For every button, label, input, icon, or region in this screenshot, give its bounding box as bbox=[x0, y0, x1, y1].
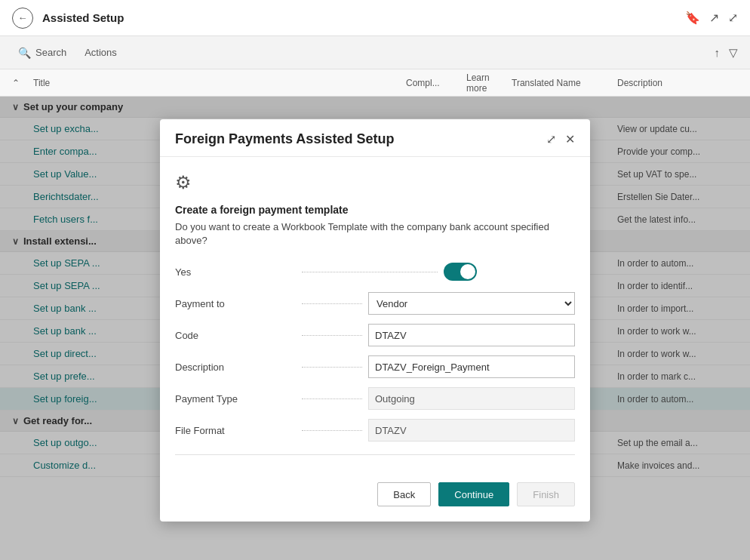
code-input[interactable] bbox=[368, 324, 575, 346]
toolbar-right: ↑ ▽ bbox=[715, 46, 739, 60]
toolbar: 🔍 Search Actions ↑ ▽ bbox=[0, 36, 750, 69]
collapse-all-icon[interactable]: ⌃ bbox=[12, 78, 20, 88]
payment-to-value: Vendor Customer bbox=[368, 292, 575, 315]
top-bar: ← Assisted Setup 🔖 ↗ ⤢ bbox=[0, 0, 750, 36]
form-row-file-format: File Format DTAZV bbox=[175, 418, 575, 442]
col-translated-header: Translated Name bbox=[512, 78, 617, 88]
table-header: ⌃ Title Compl... Learn more Translated N… bbox=[0, 69, 750, 97]
col-expand: ⌃ bbox=[12, 78, 33, 88]
form-row-code: Code bbox=[175, 323, 575, 347]
continue-button[interactable]: Continue bbox=[438, 482, 509, 506]
col-learn-header: Learn more bbox=[466, 72, 512, 94]
description-value bbox=[368, 355, 575, 378]
expand-icon[interactable]: ⤢ bbox=[728, 11, 738, 25]
top-bar-icons: 🔖 ↗ ⤢ bbox=[685, 11, 738, 25]
form-row-description: Description bbox=[175, 355, 575, 379]
dialog-close-button[interactable]: ✕ bbox=[565, 132, 575, 146]
dialog-divider bbox=[175, 454, 575, 455]
payment-to-label: Payment to bbox=[175, 298, 296, 309]
page-title: Assisted Setup bbox=[42, 11, 685, 24]
payment-type-value: Outgoing bbox=[368, 387, 575, 410]
gear-icon: ⚙ bbox=[175, 172, 575, 193]
dialog-body: ⚙ Create a foreign payment template Do y… bbox=[160, 157, 590, 482]
search-icon: 🔍 bbox=[18, 47, 31, 59]
dialog-section-title: Create a foreign payment template bbox=[175, 204, 575, 216]
description-label: Description bbox=[175, 362, 296, 373]
yes-label: Yes bbox=[175, 266, 296, 278]
dialog-title: Foreign Payments Assisted Setup bbox=[175, 131, 394, 147]
modal-overlay: Foreign Payments Assisted Setup ⤢ ✕ ⚙ Cr… bbox=[0, 97, 750, 560]
dialog-footer: Back Continue Finish bbox=[160, 482, 590, 522]
back-button[interactable]: Back bbox=[377, 482, 431, 506]
toolbar-share-icon[interactable]: ↑ bbox=[715, 46, 721, 60]
code-value bbox=[368, 324, 575, 346]
payment-type-label: Payment Type bbox=[175, 393, 296, 405]
form-row-payment-to: Payment to Vendor Customer bbox=[175, 291, 575, 315]
col-complete-header: Compl... bbox=[406, 78, 466, 88]
form-dots-code bbox=[302, 335, 362, 336]
search-label: Search bbox=[35, 47, 66, 58]
file-format-value: DTAZV bbox=[368, 419, 575, 442]
share-icon[interactable]: ↗ bbox=[709, 11, 719, 25]
toggle-thumb bbox=[460, 264, 475, 279]
payment-type-readonly: Outgoing bbox=[368, 387, 575, 410]
form-row-payment-type: Payment Type Outgoing bbox=[175, 386, 575, 411]
main-content: ∨ Set up your company Set up excha... Vi… bbox=[0, 97, 750, 560]
code-label: Code bbox=[175, 330, 296, 341]
dialog-expand-icon[interactable]: ⤢ bbox=[546, 132, 556, 146]
col-desc-header: Description bbox=[617, 78, 738, 88]
form-dots-yes bbox=[302, 272, 438, 272]
file-format-readonly: DTAZV bbox=[368, 419, 575, 442]
dialog-header: Foreign Payments Assisted Setup ⤢ ✕ bbox=[160, 119, 590, 157]
payment-to-select[interactable]: Vendor Customer bbox=[368, 292, 575, 315]
dialog-header-icons: ⤢ ✕ bbox=[546, 132, 575, 146]
finish-button: Finish bbox=[517, 482, 575, 506]
toggle-switch[interactable] bbox=[444, 263, 477, 281]
actions-button[interactable]: Actions bbox=[78, 44, 123, 61]
form-dots-format bbox=[302, 430, 362, 431]
search-button[interactable]: 🔍 Search bbox=[12, 44, 72, 62]
file-format-label: File Format bbox=[175, 425, 296, 436]
form-dots-payment bbox=[302, 303, 362, 304]
yes-toggle[interactable] bbox=[444, 263, 477, 281]
bookmark-icon[interactable]: 🔖 bbox=[685, 11, 700, 25]
dialog: Foreign Payments Assisted Setup ⤢ ✕ ⚙ Cr… bbox=[160, 119, 590, 522]
form-dots-type bbox=[302, 398, 362, 399]
col-title-header: Title bbox=[33, 78, 406, 88]
dialog-section-desc: Do you want to create a Workbook Templat… bbox=[175, 220, 575, 248]
back-icon: ← bbox=[18, 12, 28, 23]
description-input[interactable] bbox=[368, 355, 575, 378]
form-row-yes: Yes bbox=[175, 260, 575, 284]
back-button[interactable]: ← bbox=[12, 8, 33, 29]
form-dots-desc bbox=[302, 367, 362, 368]
toolbar-filter-icon[interactable]: ▽ bbox=[729, 46, 738, 60]
